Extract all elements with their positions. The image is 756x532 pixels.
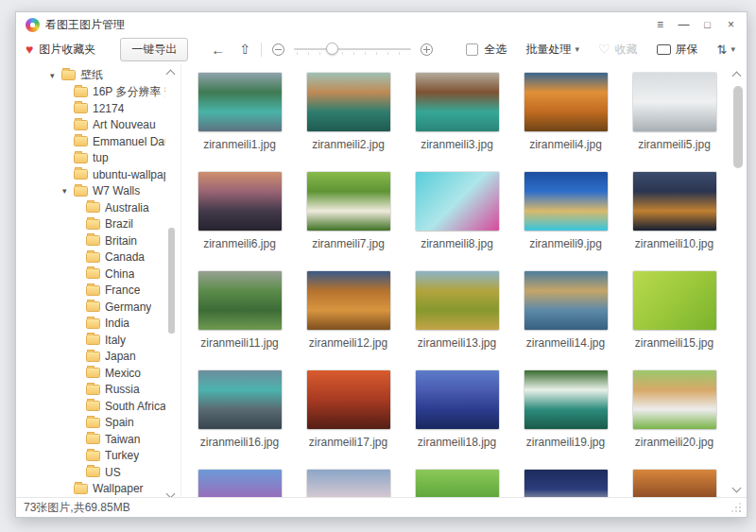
- folder-item[interactable]: Turkey: [16, 448, 180, 465]
- image-item[interactable]: ziranmeili10.jpg: [620, 170, 729, 269]
- image-thumbnail[interactable]: [198, 172, 282, 231]
- image-thumbnail[interactable]: [198, 370, 282, 429]
- folder-item[interactable]: India: [16, 316, 180, 333]
- image-item[interactable]: ziranmeili20.jpg: [620, 369, 729, 468]
- image-thumbnail[interactable]: [307, 370, 390, 429]
- image-thumbnail[interactable]: [524, 470, 608, 497]
- folder-item[interactable]: Spain: [16, 415, 180, 432]
- image-item[interactable]: ziranmeili6.jpg: [185, 170, 294, 269]
- image-item[interactable]: ziranmeili3.jpg: [403, 71, 511, 170]
- image-thumbnail[interactable]: [198, 271, 282, 330]
- expander-icon[interactable]: ▾: [50, 71, 61, 80]
- sort-dropdown[interactable]: ⇅ ▾: [717, 43, 735, 57]
- image-item[interactable]: ziranmeili8.jpg: [403, 170, 511, 269]
- folder-item[interactable]: 12174: [16, 100, 180, 117]
- image-item[interactable]: ziranmeili18.jpg: [403, 369, 511, 468]
- image-thumbnail[interactable]: [416, 73, 499, 131]
- image-thumbnail[interactable]: [633, 271, 716, 330]
- image-item[interactable]: ziranmeili16.jpg: [185, 369, 294, 468]
- image-item[interactable]: ziranmeili9.jpg: [511, 170, 620, 269]
- image-thumbnail[interactable]: [633, 73, 716, 131]
- grid-scrollbar-thumb[interactable]: [733, 86, 743, 168]
- zoom-out-icon[interactable]: [272, 43, 284, 56]
- folder-item[interactable]: Germany: [16, 299, 180, 316]
- image-thumbnail[interactable]: [198, 470, 282, 497]
- image-thumbnail[interactable]: [416, 470, 499, 497]
- image-item[interactable]: ziranmeili7.jpg: [294, 170, 403, 269]
- folder-item[interactable]: China: [16, 266, 180, 283]
- folder-item[interactable]: Wallpaper: [16, 481, 180, 498]
- image-thumbnail[interactable]: [307, 73, 390, 131]
- image-item[interactable]: [185, 468, 294, 497]
- folder-item[interactable]: tup: [16, 150, 180, 167]
- image-item[interactable]: ziranmeili11.jpg: [185, 269, 294, 369]
- select-all-checkbox[interactable]: [466, 43, 478, 56]
- image-thumbnail[interactable]: [416, 172, 499, 231]
- image-item[interactable]: ziranmeili2.jpg: [294, 71, 403, 170]
- favorite-button[interactable]: ♡ 收藏: [598, 42, 638, 58]
- zoom-in-icon[interactable]: [421, 43, 433, 56]
- close-button[interactable]: ×: [719, 15, 743, 34]
- image-item[interactable]: [620, 468, 729, 497]
- image-item[interactable]: ziranmeili19.jpg: [511, 369, 620, 468]
- minimize-button[interactable]: —: [672, 15, 696, 34]
- folder-item[interactable]: ubuntu-wallpapers: [16, 166, 180, 183]
- slider-track[interactable]: [294, 48, 411, 50]
- image-thumbnail[interactable]: [524, 271, 608, 330]
- folder-item[interactable]: Brazil: [16, 216, 180, 233]
- maximize-button[interactable]: □: [696, 15, 719, 34]
- export-button[interactable]: 一键导出: [120, 38, 188, 61]
- image-thumbnail[interactable]: [307, 470, 390, 497]
- image-thumbnail[interactable]: [307, 172, 390, 231]
- image-item[interactable]: ziranmeili15.jpg: [620, 269, 729, 369]
- folder-label: Italy: [105, 334, 126, 347]
- image-thumbnail[interactable]: [416, 370, 499, 429]
- main-menu-button[interactable]: ≡: [648, 15, 672, 34]
- image-thumbnail[interactable]: [307, 271, 390, 330]
- folder-item[interactable]: US: [16, 464, 180, 481]
- image-item[interactable]: [403, 468, 511, 497]
- select-all-control[interactable]: 全选: [466, 42, 507, 58]
- folder-item[interactable]: Art Nouveau: [16, 117, 180, 134]
- folder-item[interactable]: ▾W7 Walls: [16, 183, 180, 200]
- folder-item[interactable]: Canada: [16, 249, 180, 266]
- image-item[interactable]: ziranmeili13.jpg: [403, 269, 511, 369]
- image-thumbnail[interactable]: [524, 370, 608, 429]
- image-item[interactable]: ziranmeili14.jpg: [511, 269, 620, 369]
- image-item[interactable]: ziranmeili17.jpg: [294, 369, 403, 468]
- folder-item[interactable]: Japan: [16, 349, 180, 366]
- image-thumbnail[interactable]: [416, 271, 499, 330]
- image-item[interactable]: ziranmeili4.jpg: [511, 71, 620, 170]
- folder-item[interactable]: 16P 多分辨率 安静: [16, 84, 180, 101]
- image-thumbnail[interactable]: [524, 73, 608, 131]
- expander-icon[interactable]: ▾: [62, 186, 74, 196]
- batch-process-dropdown[interactable]: 批量处理 ▾: [525, 42, 579, 58]
- image-thumbnail[interactable]: [524, 172, 608, 231]
- folder-item[interactable]: Mexico: [16, 365, 180, 382]
- folder-item[interactable]: Britain: [16, 232, 180, 249]
- image-item[interactable]: [511, 468, 620, 497]
- image-item[interactable]: ziranmeili12.jpg: [294, 269, 403, 369]
- folder-item[interactable]: Emmanuel Dautric: [16, 133, 180, 150]
- screensaver-button[interactable]: 屏保: [657, 42, 698, 58]
- folder-item[interactable]: ▾壁纸: [16, 67, 180, 84]
- back-icon[interactable]: ←: [211, 42, 225, 58]
- folder-item[interactable]: South Africa: [16, 398, 180, 415]
- sidebar-scrollbar-thumb[interactable]: [168, 228, 175, 334]
- up-level-icon[interactable]: ⇧: [239, 42, 250, 57]
- image-thumbnail[interactable]: [198, 73, 282, 131]
- folder-item[interactable]: Italy: [16, 332, 180, 349]
- image-item[interactable]: ziranmeili1.jpg: [185, 71, 294, 170]
- image-item[interactable]: ziranmeili5.jpg: [620, 71, 729, 170]
- image-thumbnail[interactable]: [633, 172, 716, 231]
- folder-item[interactable]: France: [16, 283, 180, 300]
- image-thumbnail[interactable]: [633, 370, 716, 429]
- resize-grip[interactable]: [739, 510, 741, 512]
- folder-item[interactable]: Taiwan: [16, 431, 180, 448]
- thumbnail-size-slider[interactable]: [294, 42, 411, 57]
- image-item[interactable]: [294, 468, 403, 497]
- zoom-slider-thumb[interactable]: [326, 43, 338, 55]
- folder-item[interactable]: Russia: [16, 382, 180, 399]
- folder-item[interactable]: Australia: [16, 199, 180, 216]
- image-thumbnail[interactable]: [633, 470, 716, 497]
